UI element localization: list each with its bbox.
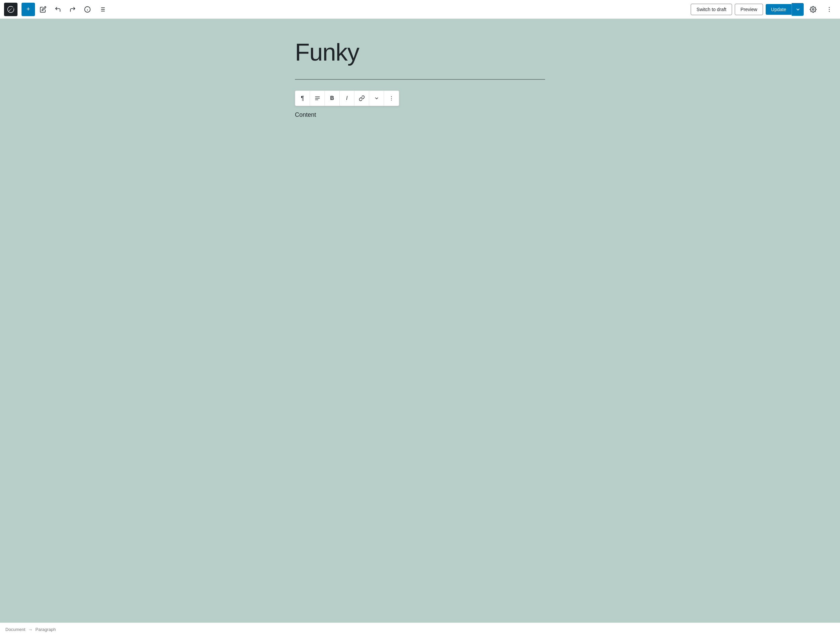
add-block-button[interactable]: + <box>22 3 35 16</box>
chevron-down-small-icon <box>374 96 379 101</box>
more-vertical-small-icon <box>388 95 395 101</box>
info-icon <box>84 6 91 13</box>
list-view-icon <box>99 6 106 13</box>
settings-button[interactable] <box>806 3 820 16</box>
paragraph-type-button[interactable]: ¶ <box>295 91 310 106</box>
block-toolbar: ¶ B I <box>295 90 399 106</box>
svg-point-12 <box>829 11 830 12</box>
paragraph-block[interactable]: Content <box>295 110 545 120</box>
svg-point-9 <box>812 8 814 10</box>
align-icon <box>314 95 321 101</box>
wordpress-logo <box>4 3 17 16</box>
list-view-button[interactable] <box>95 3 109 16</box>
tools-button[interactable] <box>36 3 50 16</box>
info-button[interactable] <box>81 3 94 16</box>
more-options-button[interactable] <box>823 3 836 16</box>
post-separator <box>295 79 545 80</box>
breadcrumb-paragraph[interactable]: Paragraph <box>35 627 56 632</box>
breadcrumb-separator: → <box>28 627 33 632</box>
breadcrumb-document[interactable]: Document <box>5 627 25 632</box>
svg-point-11 <box>829 9 830 10</box>
top-toolbar: + <box>0 0 840 19</box>
bottom-bar: Document → Paragraph <box>0 623 840 636</box>
bold-button[interactable]: B <box>325 91 339 106</box>
block-more-options-button[interactable] <box>384 91 399 106</box>
update-chevron-button[interactable] <box>791 3 804 16</box>
editor-content: Funky ¶ B I <box>279 39 561 120</box>
align-button[interactable] <box>310 91 325 106</box>
wp-logo-icon <box>7 5 15 13</box>
italic-button[interactable]: I <box>339 91 354 106</box>
pencil-icon <box>39 6 46 13</box>
svg-point-17 <box>391 98 392 99</box>
gear-icon <box>810 6 816 13</box>
update-button-group: Update <box>766 3 804 16</box>
more-vertical-icon <box>826 6 833 13</box>
svg-point-18 <box>391 100 392 100</box>
post-title[interactable]: Funky <box>295 39 545 66</box>
switch-to-draft-button[interactable]: Switch to draft <box>691 4 732 15</box>
editor-area: Funky ¶ B I <box>0 19 840 623</box>
chevron-down-icon <box>795 7 801 12</box>
svg-point-16 <box>391 96 392 97</box>
link-button[interactable] <box>354 91 369 106</box>
redo-icon <box>69 6 76 13</box>
preview-button[interactable]: Preview <box>735 4 763 15</box>
toolbar-left-group: + <box>4 3 109 16</box>
undo-button[interactable] <box>51 3 65 16</box>
more-rich-text-button[interactable] <box>369 91 384 106</box>
svg-point-10 <box>829 7 830 8</box>
redo-button[interactable] <box>66 3 79 16</box>
undo-icon <box>54 6 61 13</box>
link-icon <box>359 95 365 101</box>
toolbar-right-group: Switch to draft Preview Update <box>691 3 836 16</box>
update-button[interactable]: Update <box>766 4 791 15</box>
